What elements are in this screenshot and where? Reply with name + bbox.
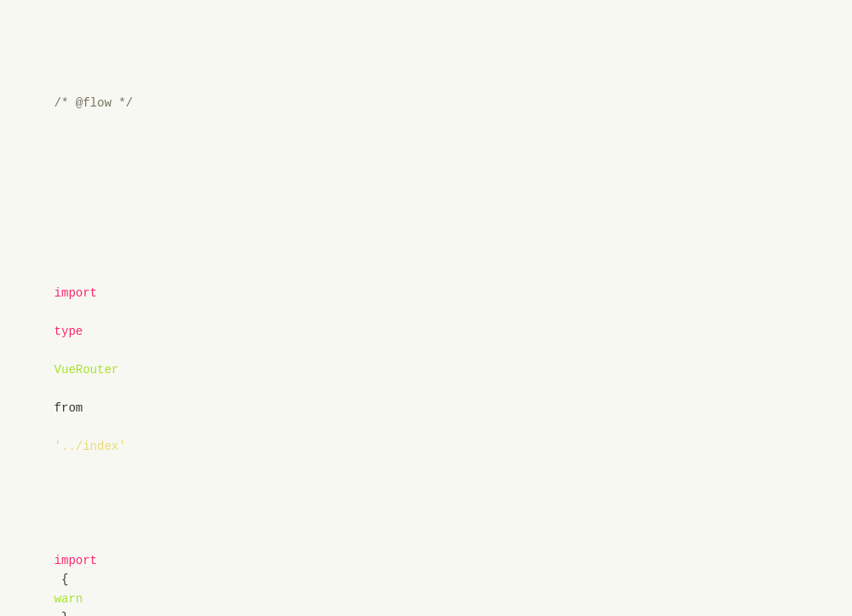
warn-name: warn <box>55 592 83 606</box>
line-import-vuerouter: import type VueRouter from '../index' <box>26 265 826 475</box>
import-keyword-2: import <box>55 554 97 567</box>
space-5: { <box>55 573 76 586</box>
line-blank-1 <box>26 189 826 208</box>
type-keyword-1: type <box>55 325 83 338</box>
space-1 <box>55 306 61 320</box>
space-3 <box>55 382 61 395</box>
code-container: /* @flow */ import type VueRouter from '… <box>26 17 826 616</box>
flow-comment: /* @flow */ <box>55 96 133 110</box>
import-keyword-1: import <box>55 286 97 300</box>
vuerouter-path: '../index' <box>55 440 126 453</box>
space-4 <box>55 420 61 434</box>
space-2 <box>55 344 61 358</box>
line-import-warn: import { warn } from '../util/warn' <box>26 533 826 616</box>
space-6: } <box>55 611 76 616</box>
line-flow-comment: /* @flow */ <box>26 74 826 131</box>
from-keyword-1: from <box>55 401 83 415</box>
vuerouter-name: VueRouter <box>55 363 119 377</box>
